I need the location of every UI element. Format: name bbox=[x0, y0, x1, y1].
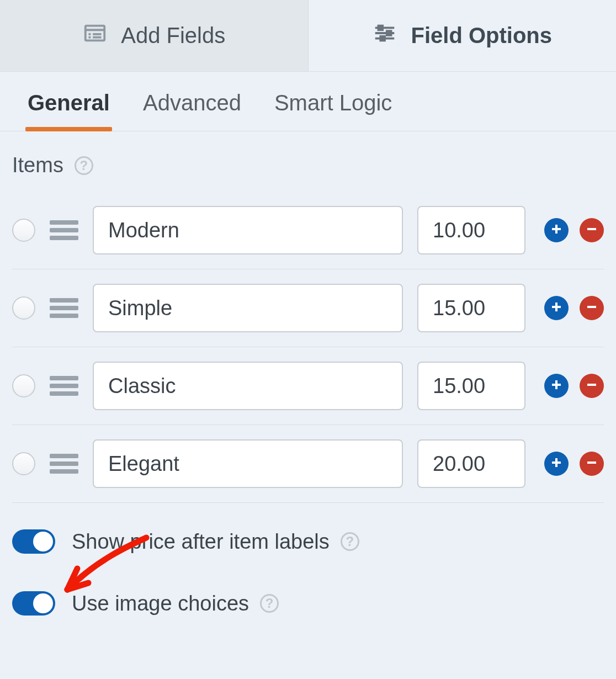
svg-rect-9 bbox=[379, 26, 383, 30]
item-price-input[interactable] bbox=[417, 439, 525, 488]
minus-icon bbox=[585, 456, 598, 471]
row-actions bbox=[540, 296, 604, 320]
remove-item-button[interactable] bbox=[580, 452, 604, 476]
toggle-label: Use image choices bbox=[72, 592, 249, 616]
minus-icon bbox=[585, 222, 598, 238]
sub-tab-bar: General Advanced Smart Logic bbox=[0, 72, 616, 131]
sub-tab-advanced[interactable]: Advanced bbox=[143, 91, 241, 131]
add-item-button[interactable] bbox=[544, 374, 569, 398]
minus-icon bbox=[585, 378, 598, 394]
top-tab-bar: Add Fields Field Options bbox=[0, 0, 616, 72]
toggle-show-price-row: Show price after item labels ? bbox=[12, 514, 604, 554]
plus-icon bbox=[550, 300, 563, 316]
row-actions bbox=[540, 452, 604, 476]
item-label-input[interactable] bbox=[93, 439, 403, 488]
add-item-button[interactable] bbox=[544, 296, 569, 320]
sliders-icon bbox=[372, 20, 397, 51]
help-icon[interactable]: ? bbox=[75, 156, 93, 175]
item-row bbox=[12, 192, 604, 269]
item-label-input[interactable] bbox=[93, 284, 403, 332]
remove-item-button[interactable] bbox=[580, 296, 604, 320]
remove-item-button[interactable] bbox=[580, 374, 604, 398]
drag-handle-icon[interactable] bbox=[50, 296, 78, 320]
drag-handle-icon[interactable] bbox=[50, 374, 78, 398]
list-icon bbox=[82, 20, 108, 51]
item-row bbox=[12, 269, 604, 347]
drag-handle-icon[interactable] bbox=[50, 452, 78, 476]
item-price-input[interactable] bbox=[417, 284, 525, 332]
minus-icon bbox=[585, 300, 598, 316]
help-icon[interactable]: ? bbox=[260, 594, 279, 613]
svg-rect-10 bbox=[387, 31, 391, 35]
toggle-image-choices-row: Use image choices ? bbox=[12, 576, 604, 616]
add-item-button[interactable] bbox=[544, 452, 569, 476]
sub-tab-smart-logic[interactable]: Smart Logic bbox=[274, 91, 392, 131]
item-row bbox=[12, 347, 604, 425]
item-price-input[interactable] bbox=[417, 206, 525, 254]
drag-handle-icon[interactable] bbox=[50, 218, 78, 242]
help-icon[interactable]: ? bbox=[341, 532, 359, 551]
toggle-use-image-choices[interactable] bbox=[12, 591, 55, 616]
add-item-button[interactable] bbox=[544, 218, 569, 242]
item-label-input[interactable] bbox=[93, 362, 403, 410]
tab-add-fields[interactable]: Add Fields bbox=[0, 0, 309, 71]
default-radio[interactable] bbox=[12, 374, 35, 397]
remove-item-button[interactable] bbox=[580, 218, 604, 242]
plus-icon bbox=[550, 222, 563, 238]
section-title: Items bbox=[12, 153, 63, 177]
default-radio[interactable] bbox=[12, 296, 35, 320]
plus-icon bbox=[550, 378, 563, 394]
tab-label: Field Options bbox=[411, 23, 552, 48]
plus-icon bbox=[550, 456, 563, 471]
tab-field-options[interactable]: Field Options bbox=[309, 0, 617, 71]
item-label-input[interactable] bbox=[93, 206, 403, 254]
item-row bbox=[12, 425, 604, 503]
tab-label: Add Fields bbox=[121, 23, 225, 48]
toggle-label: Show price after item labels bbox=[72, 530, 330, 554]
svg-rect-11 bbox=[381, 36, 385, 41]
row-actions bbox=[540, 218, 604, 242]
item-price-input[interactable] bbox=[417, 362, 525, 410]
sub-tab-general[interactable]: General bbox=[28, 91, 110, 131]
row-actions bbox=[540, 374, 604, 398]
toggle-show-price[interactable] bbox=[12, 529, 55, 554]
default-radio[interactable] bbox=[12, 219, 35, 242]
items-section: Items ? bbox=[0, 131, 616, 616]
default-radio[interactable] bbox=[12, 452, 35, 475]
